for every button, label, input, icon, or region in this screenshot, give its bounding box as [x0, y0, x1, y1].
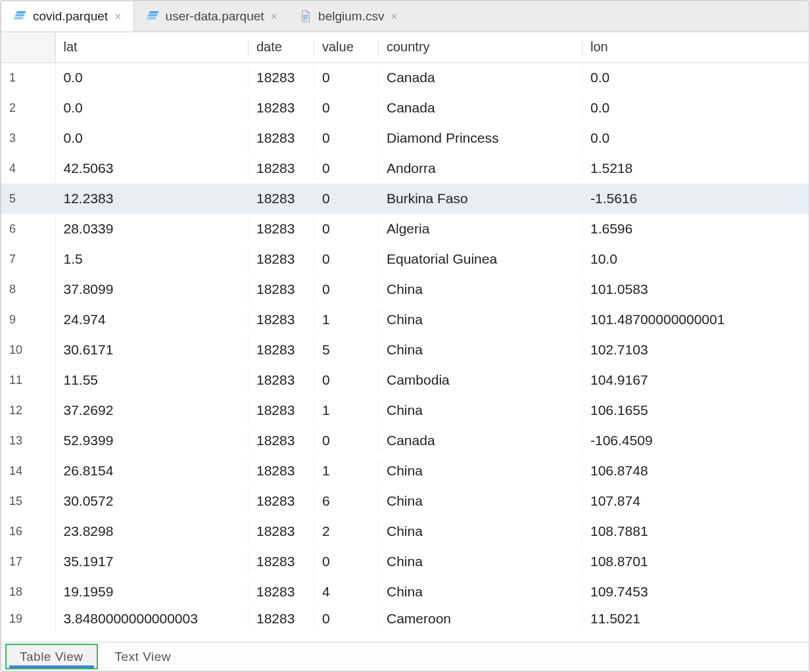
cell-lon[interactable]: 11.5021 [583, 607, 809, 631]
cell-country[interactable]: Equatorial Guinea [379, 244, 583, 274]
cell-value[interactable]: 1 [314, 304, 379, 335]
row-number-cell[interactable]: 1 [1, 62, 55, 93]
row-number-cell[interactable]: 18 [1, 577, 55, 607]
cell-date[interactable]: 18283 [249, 93, 314, 123]
row-number-cell[interactable]: 19 [1, 607, 55, 631]
row-number-cell[interactable]: 17 [1, 546, 55, 577]
table-row[interactable]: 1352.9399182830Canada-106.4509 [1, 425, 809, 456]
close-icon[interactable]: × [271, 11, 278, 22]
cell-date[interactable]: 18283 [249, 244, 314, 274]
table-row[interactable]: 1426.8154182831China106.8748 [1, 456, 809, 486]
file-tab[interactable]: belgium.csv× [289, 1, 410, 32]
table-row[interactable]: 71.5182830Equatorial Guinea10.0 [1, 244, 809, 274]
row-number-cell[interactable]: 4 [1, 153, 55, 183]
cell-country[interactable]: Diamond Princess [379, 123, 583, 153]
cell-country[interactable]: Algeria [379, 214, 583, 244]
cell-value[interactable]: 6 [314, 486, 379, 516]
cell-lat[interactable]: 0.0 [55, 123, 249, 153]
row-number-cell[interactable]: 14 [1, 456, 55, 486]
row-number-cell[interactable]: 10 [1, 335, 55, 365]
row-number-cell[interactable]: 12 [1, 395, 55, 425]
row-number-cell[interactable]: 13 [1, 425, 55, 456]
cell-date[interactable]: 18283 [249, 274, 314, 304]
table-row[interactable]: 1735.1917182830China108.8701 [1, 546, 809, 577]
table-row[interactable]: 442.5063182830Andorra1.5218 [1, 153, 809, 183]
cell-country[interactable]: Cambodia [379, 365, 583, 395]
cell-lat[interactable]: 19.1959 [55, 577, 249, 607]
table-row[interactable]: 1819.1959182834China109.7453 [1, 577, 809, 607]
cell-date[interactable]: 18283 [249, 486, 314, 516]
cell-lat[interactable]: 3.8480000000000003 [55, 607, 249, 631]
table-row[interactable]: 1030.6171182835China102.7103 [1, 335, 809, 365]
cell-country[interactable]: Andorra [379, 153, 583, 183]
row-number-cell[interactable]: 15 [1, 486, 55, 516]
cell-country[interactable]: China [379, 486, 583, 516]
cell-value[interactable]: 5 [314, 335, 379, 365]
table-row[interactable]: 628.0339182830Algeria1.6596 [1, 214, 809, 244]
column-header-value[interactable]: value [314, 32, 379, 62]
cell-date[interactable]: 18283 [249, 546, 314, 577]
cell-date[interactable]: 18283 [249, 62, 314, 93]
row-number-cell[interactable]: 2 [1, 93, 55, 123]
cell-value[interactable]: 0 [314, 123, 379, 153]
file-tab[interactable]: covid.parquet× [1, 1, 134, 32]
tab-table-view[interactable]: Table View [5, 644, 98, 669]
cell-value[interactable]: 2 [314, 516, 379, 546]
cell-country[interactable]: China [379, 577, 583, 607]
cell-date[interactable]: 18283 [249, 395, 314, 425]
table-row[interactable]: 1530.0572182836China107.874 [1, 486, 809, 516]
cell-country[interactable]: China [379, 304, 583, 335]
cell-value[interactable]: 0 [314, 244, 379, 274]
column-header-lon[interactable]: lon [583, 32, 809, 62]
cell-value[interactable]: 0 [314, 62, 379, 93]
row-number-cell[interactable]: 5 [1, 183, 55, 214]
cell-country[interactable]: Canada [379, 93, 583, 123]
cell-lon[interactable]: 106.8748 [583, 456, 809, 486]
tab-text-view[interactable]: Text View [101, 642, 185, 671]
cell-date[interactable]: 18283 [249, 516, 314, 546]
cell-lat[interactable]: 12.2383 [55, 183, 249, 214]
close-icon[interactable]: × [114, 11, 122, 22]
cell-date[interactable]: 18283 [249, 214, 314, 244]
column-header-lat[interactable]: lat [55, 32, 249, 62]
cell-value[interactable]: 0 [314, 274, 379, 304]
cell-lat[interactable]: 37.8099 [55, 274, 249, 304]
cell-lat[interactable]: 30.0572 [55, 486, 249, 516]
cell-lat[interactable]: 26.8154 [55, 456, 249, 486]
cell-lon[interactable]: -1.5616 [583, 183, 809, 214]
file-tab[interactable]: user-data.parquet× [134, 1, 290, 32]
cell-country[interactable]: China [379, 516, 583, 546]
cell-value[interactable]: 1 [314, 395, 379, 425]
row-number-cell[interactable]: 16 [1, 516, 55, 546]
cell-value[interactable]: 0 [314, 425, 379, 456]
cell-lat[interactable]: 52.9399 [55, 425, 249, 456]
cell-lon[interactable]: 108.7881 [583, 516, 809, 546]
table-row[interactable]: 20.0182830Canada0.0 [1, 93, 809, 123]
cell-date[interactable]: 18283 [249, 365, 314, 395]
row-number-header[interactable] [1, 32, 55, 62]
table-row[interactable]: 30.0182830Diamond Princess0.0 [1, 123, 809, 153]
cell-country[interactable]: China [379, 274, 583, 304]
cell-date[interactable]: 18283 [249, 335, 314, 365]
table-row[interactable]: 1623.8298182832China108.7881 [1, 516, 809, 546]
cell-date[interactable]: 18283 [249, 607, 314, 631]
row-number-cell[interactable]: 6 [1, 214, 55, 244]
column-header-date[interactable]: date [249, 32, 314, 62]
cell-lon[interactable]: 107.874 [583, 486, 809, 516]
cell-lat[interactable]: 35.1917 [55, 546, 249, 577]
cell-value[interactable]: 0 [314, 365, 379, 395]
cell-value[interactable]: 0 [314, 93, 379, 123]
table-row[interactable]: 10.0182830Canada0.0 [1, 62, 809, 93]
cell-lat[interactable]: 1.5 [55, 244, 249, 274]
table-row[interactable]: 512.2383182830Burkina Faso-1.5616 [1, 183, 809, 214]
cell-lon[interactable]: 104.9167 [583, 365, 809, 395]
cell-date[interactable]: 18283 [249, 577, 314, 607]
table-row[interactable]: 193.8480000000000003182830Cameroon11.502… [1, 607, 809, 631]
column-header-country[interactable]: country [379, 32, 583, 62]
cell-value[interactable]: 1 [314, 456, 379, 486]
cell-lon[interactable]: 101.0583 [583, 274, 809, 304]
row-number-cell[interactable]: 9 [1, 304, 55, 335]
cell-lat[interactable]: 28.0339 [55, 214, 249, 244]
row-number-cell[interactable]: 8 [1, 274, 55, 304]
cell-lon[interactable]: 106.1655 [583, 395, 809, 425]
